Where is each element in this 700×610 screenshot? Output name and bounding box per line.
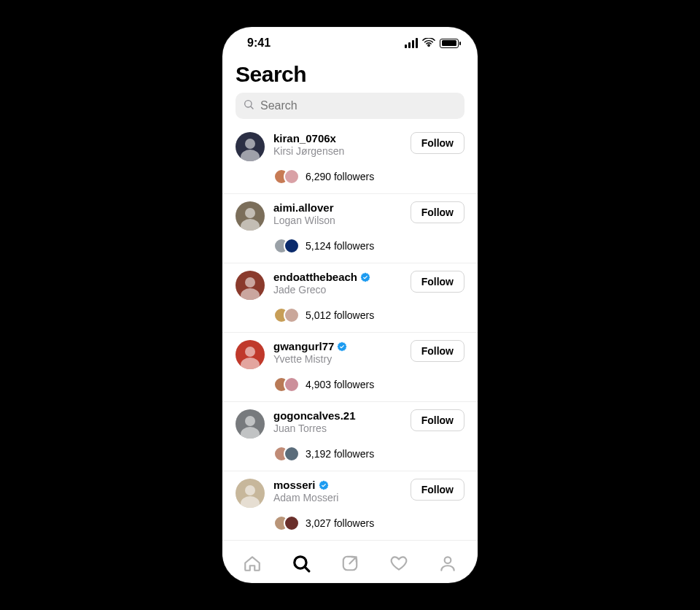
follow-button[interactable]: Follow [411,271,464,293]
follower-avatars [273,307,300,323]
verified-badge-icon [319,480,329,490]
username: gwangurl77 [273,340,334,352]
page-header: Search [222,59,478,93]
follow-button[interactable]: Follow [411,409,464,431]
fullname: Kirsi Jørgensen [273,145,402,157]
username: kiran_0706x [273,132,336,144]
results-list: kiran_0706xKirsi JørgensenFollow6,290 fo… [222,125,478,544]
follower-avatars [273,446,300,462]
user-row[interactable]: mosseriAdam MosseriFollow3,027 followers [222,471,478,541]
mini-avatar [284,446,300,462]
verified-badge-icon [337,341,347,352]
fullname: Yvette Mistry [273,353,402,365]
tab-search[interactable] [291,553,311,574]
svg-point-8 [245,347,255,357]
followers-meta: 4,903 followers [273,377,464,393]
follow-button[interactable]: Follow [411,201,464,223]
fullname: Juan Torres [273,422,402,434]
svg-point-5 [241,219,260,231]
username: mosseri [273,479,316,491]
followers-meta: 3,192 followers [273,446,464,462]
tab-compose[interactable] [340,553,360,574]
mini-avatar [284,238,300,254]
svg-point-13 [241,496,260,508]
user-row[interactable]: endoatthebeachJade GrecoFollow5,012 foll… [222,263,478,333]
page-title: Search [236,62,464,87]
user-row[interactable]: kiran_0706xKirsi JørgensenFollow6,290 fo… [222,125,478,194]
fullname: Jade Greco [273,284,402,296]
followers-count: 6,290 followers [306,171,374,182]
followers-count: 4,903 followers [306,379,374,390]
battery-icon [440,39,459,48]
user-row[interactable]: gwangurl77Yvette MistryFollow4,903 follo… [222,333,478,402]
cellular-icon [405,38,418,48]
tab-home[interactable] [242,553,262,574]
followers-count: 5,124 followers [306,240,374,252]
svg-point-11 [241,427,260,439]
phone-frame: 9:41 Search kiran_0706xKirsi [222,27,478,583]
search-input[interactable] [260,99,457,112]
follower-avatars [273,515,300,531]
status-indicators [405,38,459,48]
svg-point-10 [245,416,255,426]
username: endoatthebeach [273,271,357,283]
followers-meta: 5,012 followers [273,307,464,323]
search-field[interactable] [236,93,464,119]
follower-avatars [273,169,300,185]
followers-meta: 3,027 followers [273,515,464,531]
tab-profile[interactable] [438,553,458,574]
follow-button[interactable]: Follow [411,340,464,362]
followers-count: 3,027 followers [306,517,374,529]
svg-point-4 [245,208,255,218]
followers-count: 5,012 followers [306,309,374,321]
svg-line-1 [251,107,253,109]
follow-button[interactable]: Follow [411,132,464,154]
avatar[interactable] [236,409,265,439]
status-time: 9:41 [247,36,271,50]
user-row[interactable]: gogoncalves.21Juan TorresFollow3,192 fol… [222,402,478,471]
avatar[interactable] [236,479,265,508]
avatar[interactable] [236,201,265,231]
wifi-icon [422,38,435,48]
mini-avatar [284,377,300,393]
fullname: Adam Mosseri [273,492,402,503]
search-icon [243,99,254,113]
followers-count: 3,192 followers [306,448,374,460]
avatar[interactable] [236,340,265,369]
mini-avatar [284,515,300,531]
user-row[interactable]: aimi.alloverLogan WilsonFollow5,124 foll… [222,194,478,263]
fullname: Logan Wilson [273,215,402,226]
username: aimi.allover [273,201,334,214]
tab-bar [222,544,478,583]
svg-point-6 [245,277,255,287]
svg-point-7 [241,288,260,300]
mini-avatar [284,307,300,323]
avatar[interactable] [236,271,265,300]
follower-avatars [273,377,300,393]
svg-line-17 [306,567,309,571]
verified-badge-icon [360,272,370,282]
avatar[interactable] [236,132,265,161]
follower-avatars [273,238,300,254]
followers-meta: 5,124 followers [273,238,464,254]
username: gogoncalves.21 [273,409,356,422]
status-bar: 9:41 [222,27,478,59]
followers-meta: 6,290 followers [273,169,464,185]
svg-point-9 [241,358,260,369]
svg-point-3 [241,150,260,161]
tab-activity[interactable] [389,553,409,574]
svg-point-19 [444,557,451,563]
svg-point-12 [245,485,255,495]
follow-button[interactable]: Follow [411,479,464,501]
svg-point-2 [245,139,255,149]
mini-avatar [284,169,300,185]
